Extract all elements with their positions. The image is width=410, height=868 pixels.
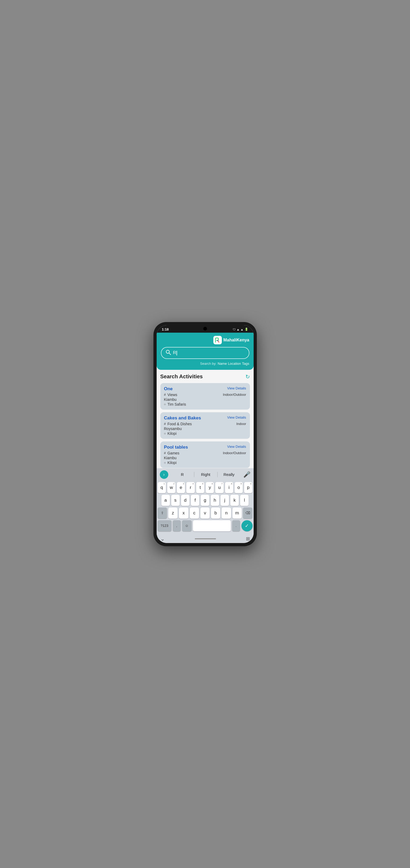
tag-icon-cakes: # — [164, 422, 166, 426]
search-value: R — [173, 350, 176, 355]
key-n[interactable]: n — [221, 507, 231, 519]
key-comma[interactable]: , — [173, 520, 181, 531]
search-by-location[interactable]: Location — [228, 362, 241, 366]
wifi-icon: ▲ — [237, 328, 240, 331]
key-period[interactable]: . — [232, 520, 240, 531]
grid-icon[interactable]: ⊞ — [246, 536, 250, 542]
key-k[interactable]: k — [230, 495, 239, 506]
card-info-row-cakes: # Food & Dishes Roysambu ○ Kilopi Indoor — [164, 422, 246, 436]
key-f[interactable]: f — [191, 495, 199, 506]
activity-card-one: One View Details # Views Kiambu ○ — [160, 383, 250, 410]
card-title-pool: Pool tables — [164, 444, 188, 450]
key-l[interactable]: l — [240, 495, 249, 506]
provider-icon-pool: ○ — [164, 461, 166, 465]
status-icons: 🛡 ▲ ▲ 🔋 — [233, 328, 248, 331]
key-v[interactable]: v — [200, 507, 210, 519]
card-top-row-cakes: Cakes and Bakes View Details — [164, 415, 246, 421]
key-s[interactable]: s — [171, 495, 180, 506]
search-icon — [166, 350, 171, 356]
key-w[interactable]: 2w — [167, 482, 175, 493]
card-location-pool: Kiambu — [164, 456, 179, 460]
view-details-one[interactable]: View Details — [227, 386, 246, 390]
key-i[interactable]: 8i — [225, 482, 233, 493]
battery-icon: 🔋 — [245, 328, 248, 331]
search-input[interactable]: R — [173, 350, 245, 355]
card-location: Kiambu — [164, 397, 186, 402]
card-provider-row-pool: ○ Kilopi — [164, 461, 179, 465]
search-by-tags[interactable]: Tags — [242, 362, 249, 366]
key-y[interactable]: 6y — [206, 482, 214, 493]
search-by-label: Search by: — [200, 362, 216, 366]
key-space[interactable] — [193, 520, 231, 531]
key-u[interactable]: 7u — [215, 482, 224, 493]
activities-section: Search Activities ↻ One View Details # V… — [157, 370, 253, 468]
brand-logo — [213, 336, 222, 344]
home-bar — [195, 538, 216, 539]
key-g[interactable]: g — [201, 495, 209, 506]
card-provider-row-cakes: ○ Kilopi — [164, 431, 192, 436]
card-location-cakes: Roysambu — [164, 427, 192, 431]
keyboard-suggestions: › R Right Really 🎤 — [157, 468, 253, 481]
svg-line-1 — [169, 353, 171, 355]
key-p[interactable]: 0p — [244, 482, 252, 493]
key-d[interactable]: d — [181, 495, 190, 506]
activities-header: Search Activities ↻ — [160, 373, 250, 380]
card-tag-row-pool: # Games — [164, 451, 179, 455]
mic-icon[interactable]: 🎤 — [243, 471, 250, 478]
text-cursor — [176, 351, 177, 355]
keyboard-footer: ⌄ ⊞ — [157, 534, 253, 543]
chevron-down-icon[interactable]: ⌄ — [160, 536, 165, 542]
key-z[interactable]: z — [168, 507, 178, 519]
card-tag-row: # Views — [164, 393, 186, 397]
key-q[interactable]: 1q — [158, 482, 166, 493]
keyboard-area[interactable]: 1q 2w 3e 4r 5t 6y 7u 8i 9o 0p a s d f g … — [157, 481, 253, 534]
card-title-one: One — [164, 386, 173, 392]
brand-row: MahaliKenya — [161, 336, 249, 344]
key-o[interactable]: 9o — [235, 482, 243, 493]
key-row-2: a s d f g h j k l — [158, 495, 252, 506]
key-h[interactable]: h — [211, 495, 219, 506]
suggestion-arrow[interactable]: › — [160, 470, 168, 479]
key-c[interactable]: c — [190, 507, 199, 519]
key-numbers[interactable]: ?123 — [158, 520, 171, 531]
refresh-icon[interactable]: ↻ — [245, 373, 250, 380]
phone-screen: 1:18 🛡 ▲ ▲ 🔋 M — [157, 325, 253, 543]
key-backspace[interactable]: ⌫ — [243, 507, 252, 519]
card-provider-row: ○ Tim Safaris — [164, 402, 186, 406]
svg-point-0 — [166, 350, 169, 353]
key-t[interactable]: 5t — [196, 482, 204, 493]
search-box[interactable]: R — [161, 347, 249, 359]
key-a[interactable]: a — [161, 495, 170, 506]
suggestion-right[interactable]: Right — [194, 472, 217, 477]
suggestion-really[interactable]: Really — [217, 472, 241, 477]
card-title-cakes: Cakes and Bakes — [164, 415, 201, 421]
view-details-pool[interactable]: View Details — [227, 444, 246, 448]
card-tag-row-cakes: # Food & Dishes — [164, 422, 192, 426]
brand-name: MahaliKenya — [224, 338, 249, 342]
suggestion-r[interactable]: R — [171, 472, 194, 477]
activity-card-cakes: Cakes and Bakes View Details # Food & Di… — [160, 412, 250, 439]
view-details-cakes[interactable]: View Details — [227, 415, 246, 420]
key-b[interactable]: b — [211, 507, 220, 519]
search-by-name[interactable]: Name — [217, 362, 227, 366]
card-tag: Views — [168, 393, 177, 397]
key-e[interactable]: 3e — [177, 482, 185, 493]
key-j[interactable]: j — [220, 495, 229, 506]
key-shift[interactable]: ⇧ — [158, 507, 167, 519]
key-r[interactable]: 4r — [186, 482, 195, 493]
camera-notch — [203, 327, 207, 331]
card-top-row: One View Details — [164, 386, 246, 392]
key-row-1: 1q 2w 3e 4r 5t 6y 7u 8i 9o 0p — [158, 482, 252, 493]
key-emoji[interactable]: ☺ — [182, 520, 192, 531]
scroll-content[interactable]: MahaliKenya R Search by: Name — [157, 333, 253, 468]
provider-icon-cakes: ○ — [164, 432, 166, 435]
status-time: 1:18 — [162, 328, 169, 331]
search-header: MahaliKenya R Search by: Name — [157, 333, 253, 370]
signal-icon: ▲ — [241, 328, 244, 331]
activities-title: Search Activities — [160, 373, 203, 380]
key-m[interactable]: m — [232, 507, 242, 519]
shield-icon: 🛡 — [233, 328, 236, 331]
key-row-3: ⇧ z x c v b n m ⌫ — [158, 507, 252, 519]
key-x[interactable]: x — [179, 507, 188, 519]
key-enter[interactable]: ✓ — [241, 520, 252, 531]
